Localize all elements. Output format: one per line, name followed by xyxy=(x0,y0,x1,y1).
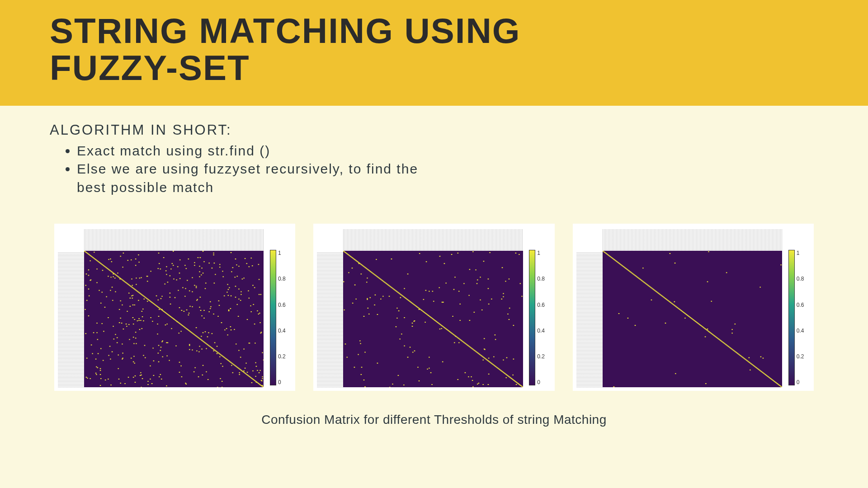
algorithm-label: ALGORITHM IN SHORT: xyxy=(50,122,818,138)
algorithm-bullet: Exact match using str.find () xyxy=(77,142,420,160)
colorbar: 1 0.8 0.6 0.4 0.2 0 xyxy=(523,229,551,387)
algorithm-bullet: Else we are using fuzzyset recursively, … xyxy=(77,160,420,197)
y-axis-labels xyxy=(317,229,343,387)
colorbar-gradient xyxy=(788,250,795,385)
colorbar-gradient xyxy=(270,250,276,385)
charts-caption: Confusion Matrix for different Threshold… xyxy=(50,413,818,427)
title-line-2: FUZZY-SET xyxy=(50,48,250,88)
confusion-matrix-low-threshold: 1 0.8 0.6 0.4 0.2 0 xyxy=(54,224,295,391)
body-section: ALGORITHM IN SHORT: Exact match using st… xyxy=(0,106,868,427)
x-axis-labels xyxy=(84,229,264,251)
heatmap xyxy=(84,251,264,387)
header-bar: STRING MATCHING USING FUZZY-SET xyxy=(0,0,868,106)
y-axis-labels xyxy=(576,229,603,387)
colorbar-ticks: 1 0.8 0.6 0.4 0.2 0 xyxy=(278,250,286,385)
colorbar-ticks: 1 0.8 0.6 0.4 0.2 0 xyxy=(797,250,804,385)
colorbar: 1 0.8 0.6 0.4 0.2 0 xyxy=(782,229,810,387)
heatmap xyxy=(603,251,782,387)
charts-row: 1 0.8 0.6 0.4 0.2 0 xyxy=(50,224,818,391)
confusion-matrix-mid-threshold: 1 0.8 0.6 0.4 0.2 0 xyxy=(313,224,554,391)
title-line-1: STRING MATCHING USING xyxy=(50,11,521,51)
colorbar-ticks: 1 0.8 0.6 0.4 0.2 0 xyxy=(537,250,545,385)
heatmap xyxy=(343,251,523,387)
colorbar-gradient xyxy=(529,250,535,385)
y-axis-labels xyxy=(58,229,84,387)
x-axis-labels xyxy=(343,229,523,251)
algorithm-list: Exact match using str.find () Else we ar… xyxy=(50,142,818,197)
page-title: STRING MATCHING USING FUZZY-SET xyxy=(50,13,868,87)
colorbar: 1 0.8 0.6 0.4 0.2 0 xyxy=(264,229,292,387)
x-axis-labels xyxy=(603,229,782,251)
confusion-matrix-high-threshold: 1 0.8 0.6 0.4 0.2 0 xyxy=(573,224,814,391)
